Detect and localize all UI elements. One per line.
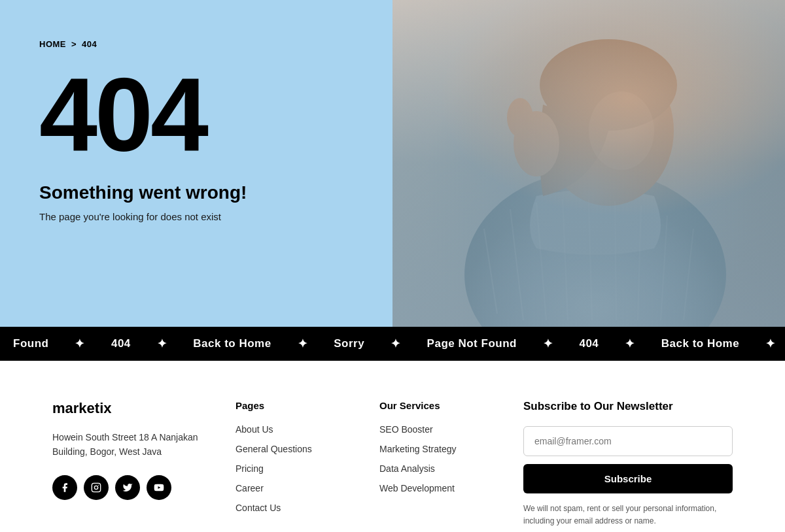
services-col-title: Our Services bbox=[379, 400, 497, 411]
newsletter-note: We will not spam, rent or sell your pers… bbox=[523, 503, 733, 527]
ticker-text: 404 bbox=[579, 337, 599, 350]
error-title: Something went wrong! bbox=[39, 182, 353, 203]
footer-link-seo[interactable]: SEO Booster bbox=[379, 424, 497, 435]
ticker-item: ✦ bbox=[377, 337, 414, 351]
ticker-star: ✦ bbox=[298, 337, 308, 351]
footer-services-col: Our Services SEO Booster Marketing Strat… bbox=[379, 400, 497, 503]
ticker-item: ✦ bbox=[752, 337, 785, 351]
ticker-item: ✦ bbox=[144, 337, 181, 351]
facebook-icon bbox=[60, 482, 70, 493]
address-line2: Building, Bogor, West Java bbox=[52, 446, 162, 457]
social-icons bbox=[52, 475, 209, 500]
twitter-icon bbox=[122, 482, 133, 493]
hero-image-bg bbox=[392, 0, 785, 327]
footer-link-pricing[interactable]: Pricing bbox=[236, 463, 353, 474]
breadcrumb: HOME > 404 bbox=[39, 39, 353, 49]
svg-point-17 bbox=[94, 486, 97, 489]
ticker-star: ✦ bbox=[157, 337, 167, 351]
ticker-track: Found ✦ 404 ✦ Back to Home ✦ Sorry ✦ Pag… bbox=[0, 337, 785, 351]
hero-image bbox=[392, 0, 785, 327]
ticker-star: ✦ bbox=[625, 337, 635, 351]
footer-link-career[interactable]: Career bbox=[236, 483, 353, 493]
ticker-item: ✦ bbox=[285, 337, 321, 351]
ticker-text: Sorry bbox=[334, 337, 364, 350]
hero-image-overlay bbox=[392, 0, 785, 327]
breadcrumb-current: 404 bbox=[82, 39, 97, 49]
footer: marketix Howein South Street 18 A Nanjak… bbox=[0, 361, 785, 532]
error-number: 404 bbox=[39, 62, 353, 167]
svg-rect-16 bbox=[92, 483, 100, 491]
ticker-text: Page Not Found bbox=[427, 337, 517, 350]
breadcrumb-home[interactable]: HOME bbox=[39, 39, 66, 49]
youtube-icon bbox=[154, 482, 164, 493]
ticker-text: Found bbox=[13, 337, 48, 350]
ticker-star: ✦ bbox=[75, 337, 85, 351]
footer-pages-col: Pages About Us General Questions Pricing… bbox=[236, 400, 353, 522]
instagram-button[interactable] bbox=[84, 475, 109, 500]
ticker-item: ✦ bbox=[61, 337, 98, 351]
ticker-text: 404 bbox=[111, 337, 131, 350]
newsletter-title: Subscribe to Our Newsletter bbox=[523, 400, 733, 413]
ticker-star: ✦ bbox=[765, 337, 776, 351]
ticker-item: 404 bbox=[566, 337, 612, 350]
ticker-sorry: Sorry bbox=[321, 337, 377, 350]
footer-link-data[interactable]: Data Analysis bbox=[379, 463, 497, 474]
hero-left-panel: HOME > 404 404 Something went wrong! The… bbox=[0, 0, 392, 327]
footer-link-web[interactable]: Web Development bbox=[379, 483, 497, 493]
ticker-star: ✦ bbox=[391, 337, 401, 351]
address-line1: Howein South Street 18 A Nanjakan bbox=[52, 432, 198, 442]
newsletter-email-input[interactable] bbox=[523, 426, 733, 456]
ticker-back-to-home: Back to Home bbox=[180, 337, 284, 350]
ticker-item: Found bbox=[0, 337, 61, 350]
footer-link-marketing[interactable]: Marketing Strategy bbox=[379, 444, 497, 454]
youtube-button[interactable] bbox=[147, 475, 171, 500]
footer-link-contact[interactable]: Contact Us bbox=[236, 503, 353, 513]
footer-link-general-questions[interactable]: General Questions bbox=[236, 444, 353, 454]
footer-link-about[interactable]: About Us bbox=[236, 424, 353, 435]
ticker-text: Back to Home bbox=[193, 337, 271, 350]
footer-brand: marketix Howein South Street 18 A Nanjak… bbox=[52, 400, 209, 500]
ticker-page-not-found: Page Not Found bbox=[414, 337, 530, 350]
ticker-item: ✦ bbox=[612, 337, 648, 351]
newsletter-subscribe-button[interactable]: Subscribe bbox=[523, 464, 733, 493]
error-description: The page you're looking for does not exi… bbox=[39, 211, 353, 222]
pages-col-title: Pages bbox=[236, 400, 353, 411]
twitter-button[interactable] bbox=[115, 475, 140, 500]
ticker-text: Back to Home bbox=[661, 337, 739, 350]
ticker-item: 404 bbox=[98, 337, 144, 350]
ticker-back-to-home-2: Back to Home bbox=[648, 337, 752, 350]
ticker-star: ✦ bbox=[543, 337, 553, 351]
facebook-button[interactable] bbox=[52, 475, 77, 500]
footer-newsletter: Subscribe to Our Newsletter Subscribe We… bbox=[523, 400, 733, 527]
svg-point-18 bbox=[98, 484, 99, 485]
instagram-icon bbox=[91, 482, 101, 493]
ticker-banner: Found ✦ 404 ✦ Back to Home ✦ Sorry ✦ Pag… bbox=[0, 327, 785, 361]
ticker-item: ✦ bbox=[530, 337, 567, 351]
hero-section: HOME > 404 404 Something went wrong! The… bbox=[0, 0, 785, 327]
brand-name: marketix bbox=[52, 400, 209, 417]
breadcrumb-separator: > bbox=[71, 39, 77, 49]
brand-address: Howein South Street 18 A Nanjakan Buildi… bbox=[52, 430, 209, 459]
